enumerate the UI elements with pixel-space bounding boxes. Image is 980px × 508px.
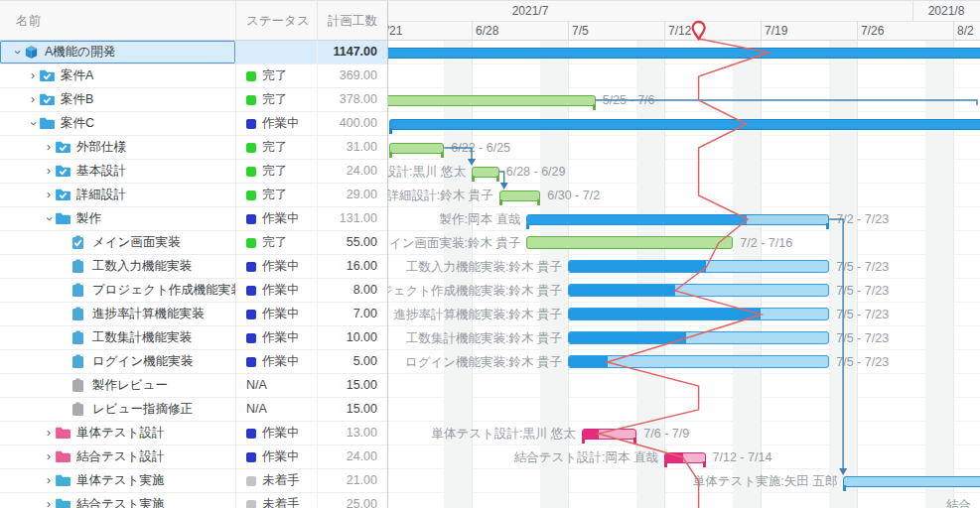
gantt-bar[interactable]: [568, 355, 829, 368]
status-cell: 作業中: [236, 112, 318, 135]
task-name-cell[interactable]: ›結合テスト設計: [0, 445, 236, 468]
tree-row[interactable]: ›基本設計完了24.00: [0, 160, 387, 184]
collapse-arrow-icon[interactable]: ›: [6, 46, 29, 60]
column-header-planned-hours[interactable]: 計画工数: [318, 1, 387, 41]
tree-row[interactable]: ›レビュー指摘修正N/A15.00: [0, 398, 387, 422]
tree-row[interactable]: ›詳細設計完了29.00: [0, 184, 387, 207]
gantt-bar[interactable]: [582, 429, 636, 440]
task-assignee-label: 基本設計:黒川 悠太: [388, 160, 466, 184]
expand-arrow-icon[interactable]: ›: [42, 160, 56, 183]
planned-hours-value: 400.00: [318, 112, 387, 135]
tree-row[interactable]: ›進捗率計算機能実装作業中7.00: [0, 303, 387, 326]
bar-dates-label: 7/5 - 7/23: [836, 303, 889, 326]
week-label: 7/19: [765, 21, 787, 41]
tree-row[interactable]: ›案件C作業中400.00: [0, 112, 387, 136]
task-icon: [71, 307, 87, 322]
task-name-cell[interactable]: ›工数入力機能実装: [0, 255, 236, 278]
tree-row[interactable]: ›製作作業中131.00: [0, 207, 387, 231]
expand-arrow-icon[interactable]: ›: [42, 422, 56, 444]
task-name-cell[interactable]: ›進捗率計算機能実装: [0, 303, 236, 325]
task-name-cell[interactable]: ›製作レビュー: [0, 374, 236, 397]
gantt-bar[interactable]: [526, 214, 829, 225]
task-name-cell[interactable]: ›案件C: [0, 112, 236, 135]
task-name-cell[interactable]: ›単体テスト実施: [0, 469, 236, 492]
tree-row[interactable]: ›結合テスト設計作業中24.00: [0, 445, 387, 469]
gantt-bar[interactable]: [389, 143, 444, 154]
gantt-bar[interactable]: [664, 452, 706, 463]
tree-row[interactable]: ›プロジェクト作成機能実装作業中8.00: [0, 279, 387, 303]
gantt-bar[interactable]: [388, 48, 980, 59]
status-cell: 作業中: [236, 422, 318, 444]
task-name-cell[interactable]: ›単体テスト設計: [0, 422, 236, 444]
expand-arrow-icon[interactable]: ›: [26, 64, 40, 87]
gantt-bar[interactable]: [568, 260, 829, 273]
tree-row[interactable]: ›メイン画面実装完了55.00: [0, 231, 387, 255]
week-gridline-tick: [857, 21, 858, 41]
progress-fill: [583, 430, 599, 439]
expand-arrow-icon[interactable]: ›: [26, 88, 40, 111]
gantt-bar[interactable]: [499, 190, 541, 201]
status-label: 作業中: [262, 207, 300, 230]
task-name-cell[interactable]: ›詳細設計: [0, 184, 236, 206]
progress-fill: [569, 332, 686, 343]
tree-row[interactable]: ›工数入力機能実装作業中16.00: [0, 255, 387, 279]
gantt-bar[interactable]: [843, 476, 980, 487]
expand-arrow-icon[interactable]: ›: [42, 469, 56, 492]
tree-row[interactable]: ›ログイン機能実装作業中5.00: [0, 350, 387, 374]
task-name-cell[interactable]: ›ログイン機能実装: [0, 350, 236, 373]
task-name-cell[interactable]: ›プロジェクト作成機能実装: [0, 279, 236, 302]
expand-arrow-icon[interactable]: ›: [42, 136, 56, 159]
status-cell: 作業中: [236, 350, 318, 373]
tree-row[interactable]: ›単体テスト実施未着手21.00: [0, 469, 387, 493]
task-name-cell[interactable]: ›工数集計機能実装: [0, 326, 236, 349]
status-label: 作業中: [262, 255, 300, 278]
task-name-cell[interactable]: ›製作: [0, 207, 236, 230]
bar-dates-label: 7/2 - 7/16: [740, 231, 792, 255]
task-check-icon: [71, 235, 87, 251]
gantt-bar[interactable]: [568, 331, 829, 344]
tree-row[interactable]: ›外部仕様完了31.00: [0, 136, 387, 160]
task-name-cell[interactable]: ›案件B: [0, 88, 236, 111]
column-header-name[interactable]: 名前: [0, 1, 236, 41]
task-name-cell[interactable]: ›案件A: [0, 64, 236, 87]
expand-arrow-icon[interactable]: ›: [42, 493, 56, 508]
tree-row[interactable]: ›単体テスト設計作業中13.00: [0, 422, 387, 445]
planned-hours-value: 55.00: [318, 231, 387, 254]
week-gridline-tick: [953, 21, 954, 41]
status-label: 作業中: [262, 112, 300, 135]
planned-hours-value: 29.00: [318, 184, 387, 206]
collapse-arrow-icon[interactable]: ›: [22, 117, 45, 131]
gantt-bar[interactable]: [389, 119, 980, 130]
status-label: 完了: [262, 88, 287, 111]
gantt-bar[interactable]: [472, 167, 499, 178]
status-color-chip: [246, 357, 256, 367]
planned-hours-value: 378.00: [318, 88, 387, 111]
task-name-cell[interactable]: ›外部仕様: [0, 136, 236, 159]
tree-row[interactable]: ›A機能の開発1147.00: [0, 41, 387, 64]
folder-check-icon: [56, 140, 71, 156]
task-name-cell[interactable]: ›レビュー指摘修正: [0, 398, 236, 421]
tree-row[interactable]: ›案件A完了369.00: [0, 64, 387, 88]
tree-row[interactable]: ›結合テスト実施未着手25.00: [0, 493, 387, 508]
task-assignee-label: ログイン機能実装:鈴木 貴子: [405, 350, 562, 374]
expand-arrow-icon[interactable]: ›: [42, 184, 56, 206]
collapse-arrow-icon[interactable]: ›: [38, 212, 61, 226]
task-name-cell[interactable]: ›A機能の開発: [0, 41, 236, 64]
gantt-bar[interactable]: [526, 236, 733, 249]
gantt-bar[interactable]: [568, 308, 829, 320]
tree-row[interactable]: ›案件B完了378.00: [0, 88, 387, 112]
progress-fill: [569, 285, 675, 296]
tree-row[interactable]: ›製作レビューN/A15.00: [0, 374, 387, 398]
task-name-cell[interactable]: ›結合テスト実施: [0, 493, 236, 508]
task-name-cell[interactable]: ›メイン画面実装: [0, 231, 236, 254]
progress-fill: [665, 453, 683, 462]
progress-fill: [569, 261, 706, 272]
week-label: 8/2: [957, 21, 974, 41]
tree-row[interactable]: ›工数集計機能実装作業中10.00: [0, 326, 387, 350]
column-header-status[interactable]: ステータス: [236, 1, 318, 41]
task-name-cell[interactable]: ›基本設計: [0, 160, 236, 183]
gantt-bar[interactable]: [388, 95, 596, 106]
expand-arrow-icon[interactable]: ›: [42, 445, 56, 468]
gantt-bar[interactable]: [568, 284, 829, 297]
tree-rows: ›A機能の開発1147.00›案件A完了369.00›案件B完了378.00›案…: [0, 41, 387, 508]
